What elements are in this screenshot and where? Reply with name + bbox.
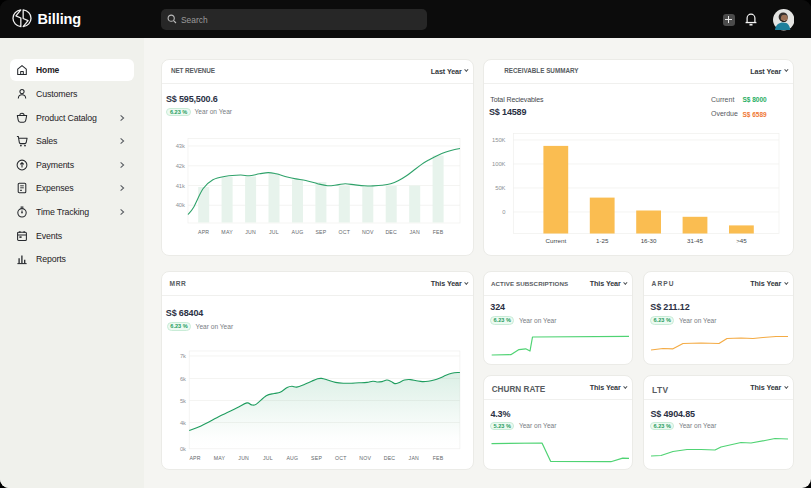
svg-text:0: 0 [502,209,505,215]
svg-text:43k: 43k [175,143,184,149]
svg-text:Current: Current [545,236,566,243]
svg-text:JUN: JUN [245,228,256,234]
svg-text:SEP: SEP [311,455,322,461]
svg-text:APR: APR [198,228,209,234]
svg-text:JAN: JAN [408,455,418,461]
svg-text:DEC: DEC [385,228,397,234]
svg-text:5k: 5k [179,398,185,404]
svg-text:AUG: AUG [291,228,303,234]
svg-text:DEC: DEC [383,455,395,461]
svg-text:JUN: JUN [238,455,249,461]
svg-text:50K: 50K [495,185,505,191]
svg-text:100K: 100K [492,161,506,167]
svg-text:MAY: MAY [221,228,233,234]
svg-text:AUG: AUG [286,455,298,461]
svg-text:NOV: NOV [361,228,373,234]
svg-text:6k: 6k [179,376,185,382]
svg-text:4k: 4k [179,420,185,426]
svg-text:JUL: JUL [263,455,273,461]
svg-text:NOV: NOV [359,455,371,461]
svg-text:FEB: FEB [432,228,443,234]
svg-text:7k: 7k [179,353,185,359]
svg-text:41k: 41k [175,182,184,188]
svg-text:OCT: OCT [338,228,350,234]
svg-text:SEP: SEP [315,228,326,234]
svg-text:40k: 40k [175,202,184,208]
svg-text:FEB: FEB [432,455,443,461]
svg-text:0k: 0k [179,446,185,452]
svg-text:1-25: 1-25 [596,236,609,243]
svg-text:42k: 42k [175,162,184,168]
svg-text:JAN: JAN [409,228,419,234]
svg-text:16-30: 16-30 [641,236,657,243]
svg-text:150K: 150K [492,137,506,143]
svg-text:MAY: MAY [213,455,225,461]
svg-text:>45: >45 [736,236,747,243]
svg-text:JUL: JUL [269,228,279,234]
svg-text:OCT: OCT [335,455,347,461]
svg-text:APR: APR [189,455,200,461]
svg-text:31-45: 31-45 [687,236,703,243]
